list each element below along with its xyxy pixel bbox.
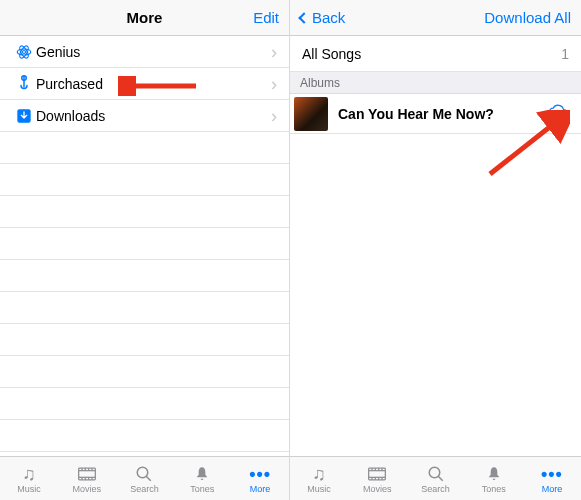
svg-line-18 [147,476,152,481]
right-pane: Back Download All All Songs 1 Albums Can… [290,0,581,500]
album-artwork [294,97,328,131]
svg-line-32 [438,476,443,481]
downloads-icon [12,108,36,124]
tab-label: Tones [482,484,506,494]
empty-row [0,260,289,292]
empty-row [0,388,289,420]
music-icon: ♫ [22,464,36,484]
row-label: Purchased [36,76,271,92]
nav-bar: Back Download All [290,0,581,36]
tab-bar: ♫ Music Movies Search Tones ••• More [290,456,581,500]
tab-label: Tones [190,484,214,494]
tab-more[interactable]: ••• More [231,457,289,500]
song-count: 1 [561,46,569,62]
tab-tones[interactable]: Tones [465,457,523,500]
tab-label: Search [421,484,450,494]
empty-row [0,356,289,388]
genius-icon [12,43,36,61]
tab-label: Movies [363,484,392,494]
row-purchased[interactable]: Purchased › [0,68,289,100]
tab-music[interactable]: ♫ Music [290,457,348,500]
tab-music[interactable]: ♫ Music [0,457,58,500]
svg-rect-20 [369,468,386,480]
row-label: Genius [36,44,271,60]
empty-row [0,164,289,196]
chevron-right-icon: › [271,75,277,93]
chevron-right-icon: › [271,107,277,125]
left-pane: More Edit Genius › [0,0,290,500]
purchased-icon [12,75,36,93]
cloud-download-icon[interactable] [547,103,569,125]
row-genius[interactable]: Genius › [0,36,289,68]
back-button[interactable]: Back [300,9,345,26]
download-all-button[interactable]: Download All [484,9,571,26]
movies-icon [77,464,97,484]
row-label: Downloads [36,108,271,124]
chevron-left-icon [298,12,309,23]
svg-point-0 [23,50,26,53]
purchased-content: All Songs 1 Albums Can You Hear Me Now? [290,36,581,456]
tones-icon [486,464,502,484]
empty-row [0,420,289,452]
tab-label: Music [17,484,41,494]
tab-bar: ♫ Music Movies Search Tones ••• More [0,456,289,500]
movies-icon [367,464,387,484]
empty-row [0,132,289,164]
tab-tones[interactable]: Tones [173,457,231,500]
svg-point-17 [138,467,149,478]
row-downloads[interactable]: Downloads › [0,100,289,132]
tab-search[interactable]: Search [406,457,464,500]
tab-movies[interactable]: Movies [58,457,116,500]
nav-title: More [0,9,289,26]
tones-icon [194,464,210,484]
empty-row [0,324,289,356]
svg-point-31 [429,467,440,478]
tab-movies[interactable]: Movies [348,457,406,500]
back-label: Back [312,9,345,26]
section-header-albums: Albums [290,72,581,94]
tab-label: Movies [72,484,101,494]
empty-row [0,196,289,228]
row-all-songs[interactable]: All Songs 1 [290,36,581,72]
more-list: Genius › Purchased › Downlo [0,36,289,456]
search-icon [135,464,153,484]
tab-label: Search [130,484,159,494]
empty-row [0,228,289,260]
svg-rect-6 [78,468,95,480]
tab-search[interactable]: Search [116,457,174,500]
empty-row [0,292,289,324]
tab-label: More [542,484,563,494]
tab-label: Music [307,484,331,494]
nav-bar: More Edit [0,0,289,36]
chevron-right-icon: › [271,43,277,61]
row-label: All Songs [302,46,555,62]
edit-button[interactable]: Edit [253,9,279,26]
album-row[interactable]: Can You Hear Me Now? [290,94,581,134]
more-icon: ••• [541,464,563,484]
more-icon: ••• [249,464,271,484]
tab-label: More [250,484,271,494]
search-icon [427,464,445,484]
album-title: Can You Hear Me Now? [338,106,547,122]
tab-more[interactable]: ••• More [523,457,581,500]
music-icon: ♫ [312,464,326,484]
